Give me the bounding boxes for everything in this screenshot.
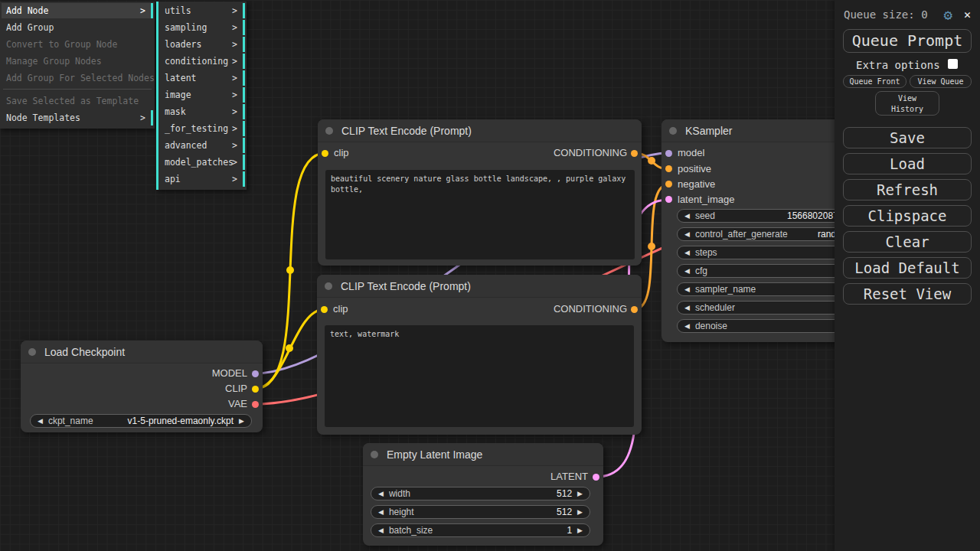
widget-batch-size[interactable]: ◀ batch_size 1 ▶ bbox=[371, 523, 590, 537]
load-button[interactable]: Load bbox=[843, 153, 972, 174]
port-positive-input[interactable] bbox=[665, 165, 672, 172]
output-label-latent: LATENT bbox=[550, 471, 588, 482]
widget-height[interactable]: ◀ height 512 ▶ bbox=[371, 505, 590, 519]
node-title-bar[interactable]: Load Checkpoint bbox=[21, 341, 263, 364]
port-conditioning-output[interactable] bbox=[631, 150, 638, 157]
port-vae-output[interactable] bbox=[252, 401, 259, 408]
node-load-checkpoint[interactable]: Load Checkpoint MODEL CLIP VAE ◀ ckpt_na… bbox=[21, 341, 263, 432]
node-title-bar[interactable]: CLIP Text Encode (Prompt) bbox=[317, 275, 642, 298]
port-latent-image-input[interactable] bbox=[665, 196, 672, 203]
load-default-button[interactable]: Load Default bbox=[843, 257, 972, 279]
collapse-dot-icon[interactable] bbox=[325, 282, 332, 290]
submenu-item-api[interactable]: api > bbox=[160, 171, 245, 187]
comfyui-canvas[interactable]: CLIP Text Encode (Prompt) clip CONDITION… bbox=[0, 0, 980, 551]
menu-item-save-selected-as-template[interactable]: Save Selected as Template bbox=[2, 93, 153, 109]
node-title: Load Checkpoint bbox=[44, 346, 125, 358]
node-empty-latent-image[interactable]: Empty Latent Image LATENT ◀ width 512 ▶ … bbox=[363, 443, 603, 546]
port-model-input[interactable] bbox=[665, 150, 672, 157]
menu-item-label: Save Selected as Template bbox=[6, 96, 139, 106]
menu-item-add-group-for-selected-nodes[interactable]: Add Group For Selected Nodes bbox=[2, 70, 153, 86]
node-title: CLIP Text Encode (Prompt) bbox=[341, 125, 472, 137]
decrement-arrow-icon[interactable]: ◀ bbox=[684, 267, 690, 275]
increment-arrow-icon[interactable]: ▶ bbox=[577, 527, 583, 534]
increment-arrow-icon[interactable]: ▶ bbox=[239, 417, 244, 425]
submenu-item-latent[interactable]: latent > bbox=[160, 70, 245, 86]
link-midpoint-dot bbox=[286, 344, 293, 352]
menu-item-label: Add Group bbox=[6, 22, 54, 33]
decrement-arrow-icon[interactable]: ◀ bbox=[38, 417, 43, 425]
submenu-item-for-testing[interactable]: _for_testing > bbox=[160, 121, 245, 136]
increment-arrow-icon[interactable]: ▶ bbox=[577, 490, 583, 497]
settings-gear-icon[interactable]: ⚙ bbox=[944, 6, 952, 23]
submenu-item-image[interactable]: image > bbox=[160, 87, 245, 103]
collapse-dot-icon[interactable] bbox=[28, 348, 36, 356]
decrement-arrow-icon[interactable]: ◀ bbox=[684, 212, 690, 220]
node-title-bar[interactable]: CLIP Text Encode (Prompt) bbox=[318, 119, 642, 142]
close-icon[interactable]: ✕ bbox=[964, 8, 971, 21]
port-clip-output[interactable] bbox=[252, 386, 259, 393]
port-clip-input[interactable] bbox=[322, 150, 328, 157]
collapse-dot-icon[interactable] bbox=[371, 451, 378, 458]
queue-front-button[interactable]: Queue Front bbox=[843, 75, 906, 88]
widget-value: 1566802087 bbox=[787, 210, 838, 221]
node-title-bar[interactable]: Empty Latent Image bbox=[363, 443, 603, 466]
widget-value: v1-5-pruned-emaonly.ckpt bbox=[128, 416, 234, 426]
collapse-dot-icon[interactable] bbox=[669, 127, 677, 135]
port-negative-input[interactable] bbox=[665, 181, 672, 187]
clear-button[interactable]: Clear bbox=[843, 231, 972, 253]
menu-item-node-templates[interactable]: Node Templates > bbox=[2, 110, 153, 126]
view-history-button[interactable]: View History bbox=[875, 91, 939, 116]
port-model-output[interactable] bbox=[252, 370, 259, 377]
input-label-positive: positive bbox=[678, 164, 711, 174]
decrement-arrow-icon[interactable]: ◀ bbox=[378, 527, 384, 534]
submenu-item-utils[interactable]: utils > bbox=[160, 3, 245, 18]
submenu-item-sampling[interactable]: sampling > bbox=[160, 20, 245, 35]
widget-ckpt-name[interactable]: ◀ ckpt_name v1-5-pruned-emaonly.ckpt ▶ bbox=[30, 414, 252, 428]
menu-item-label: _for_testing bbox=[165, 123, 228, 134]
node-clip-text-encode-positive[interactable]: CLIP Text Encode (Prompt) clip CONDITION… bbox=[318, 119, 642, 266]
menu-item-manage-group-nodes[interactable]: Manage Group Nodes bbox=[2, 54, 153, 69]
submenu-arrow-icon: > bbox=[232, 20, 237, 35]
menu-item-label: Add Group For Selected Nodes bbox=[6, 73, 155, 83]
decrement-arrow-icon[interactable]: ◀ bbox=[684, 230, 690, 238]
menu-item-add-group[interactable]: Add Group bbox=[2, 20, 153, 35]
refresh-button[interactable]: Refresh bbox=[843, 179, 972, 201]
submenu-arrow-icon: > bbox=[140, 110, 145, 126]
submenu-item-conditioning[interactable]: conditioning > bbox=[160, 54, 245, 69]
submenu-item-loaders[interactable]: loaders > bbox=[160, 37, 245, 52]
save-button[interactable]: Save bbox=[843, 127, 972, 148]
extra-options-checkbox[interactable] bbox=[948, 59, 958, 69]
widget-name: denoise bbox=[695, 321, 727, 331]
collapse-dot-icon[interactable] bbox=[325, 127, 333, 135]
decrement-arrow-icon[interactable]: ◀ bbox=[684, 304, 690, 311]
comfy-menu-panel: Queue size: 0 ⚙ ✕ Queue Prompt Extra opt… bbox=[835, 0, 980, 551]
clipspace-button[interactable]: Clipspace bbox=[843, 205, 972, 227]
queue-prompt-button[interactable]: Queue Prompt bbox=[843, 29, 972, 53]
view-queue-button[interactable]: View Queue bbox=[910, 75, 972, 88]
submenu-item-mask[interactable]: mask > bbox=[160, 104, 245, 119]
menu-item-label: api bbox=[165, 174, 181, 184]
menu-item-convert-to-group-node[interactable]: Convert to Group Node bbox=[2, 37, 153, 52]
submenu-item-advanced[interactable]: advanced > bbox=[160, 138, 245, 153]
menu-item-add-node[interactable]: Add Node > bbox=[2, 3, 153, 18]
prompt-textarea[interactable]: beautiful scenery nature glass bottle la… bbox=[325, 170, 635, 259]
widget-name: control_after_generate bbox=[695, 229, 788, 240]
decrement-arrow-icon[interactable]: ◀ bbox=[378, 490, 384, 497]
decrement-arrow-icon[interactable]: ◀ bbox=[378, 508, 384, 516]
port-clip-input[interactable] bbox=[321, 306, 328, 313]
widget-width[interactable]: ◀ width 512 ▶ bbox=[371, 487, 590, 500]
decrement-arrow-icon[interactable]: ◀ bbox=[684, 322, 690, 330]
port-conditioning-output[interactable] bbox=[631, 306, 638, 313]
widget-name: ckpt_name bbox=[48, 416, 93, 426]
menu-item-label: Add Node bbox=[6, 5, 48, 16]
port-latent-output[interactable] bbox=[593, 474, 599, 481]
widget-name: sampler_name bbox=[695, 284, 756, 295]
submenu-arrow-icon: > bbox=[232, 87, 237, 103]
submenu-item-model-patches[interactable]: model_patches > bbox=[160, 155, 245, 170]
increment-arrow-icon[interactable]: ▶ bbox=[577, 508, 583, 516]
decrement-arrow-icon[interactable]: ◀ bbox=[684, 249, 690, 256]
node-clip-text-encode-negative[interactable]: CLIP Text Encode (Prompt) clip CONDITION… bbox=[317, 275, 642, 435]
reset-view-button[interactable]: Reset View bbox=[843, 283, 972, 305]
decrement-arrow-icon[interactable]: ◀ bbox=[684, 285, 690, 293]
prompt-textarea[interactable]: text, watermark bbox=[325, 325, 634, 427]
